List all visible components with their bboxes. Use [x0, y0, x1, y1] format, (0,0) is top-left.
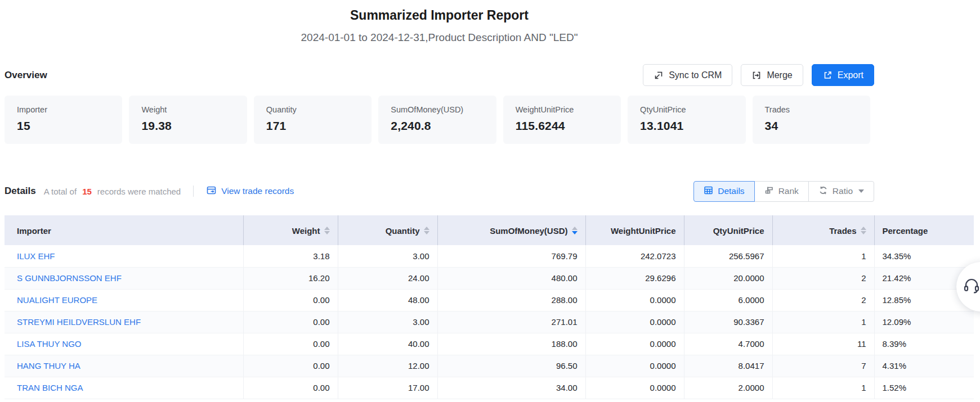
stat-value: 19.38: [141, 119, 234, 133]
cell-sum_of_money_usd: 271.01: [437, 311, 585, 333]
cell-importer: ILUX EHF: [5, 245, 243, 267]
tab-ratio-label: Ratio: [833, 186, 853, 196]
importer-link[interactable]: LISA THUY NGO: [17, 339, 82, 349]
cell-trades: 11: [772, 333, 874, 355]
table-body: ILUX EHF3.183.00769.79242.0723256.596713…: [5, 245, 974, 399]
cell-qty_unit_price: 4.7000: [684, 333, 772, 355]
importer-report-table: ImporterWeightQuantitySumOfMoney(USD)Wei…: [5, 215, 974, 399]
table-row: NUALIGHT EUROPE0.0048.00288.000.00006.00…: [5, 289, 974, 311]
headset-icon: [962, 276, 980, 297]
cell-sum_of_money_usd: 188.00: [437, 333, 585, 355]
table-row: TRAN BICH NGA0.0017.0034.000.00002.00001…: [5, 377, 974, 399]
sync-to-crm-icon: [654, 70, 664, 80]
sort-icon[interactable]: [861, 227, 866, 234]
cell-quantity: 12.00: [338, 355, 437, 377]
table-row: LISA THUY NGO0.0040.00188.000.00004.7000…: [5, 333, 974, 355]
stat-label: SumOfMoney(USD): [391, 105, 484, 114]
cell-weight_unit_price: 0.0000: [585, 377, 684, 399]
cell-weight: 0.00: [243, 311, 338, 333]
importer-link[interactable]: ILUX EHF: [17, 251, 55, 261]
stat-value: 15: [17, 119, 110, 133]
stat-label: WeightUnitPrice: [516, 105, 608, 114]
stat-label: Weight: [141, 105, 234, 114]
sort-icon[interactable]: [324, 227, 330, 234]
cell-qty_unit_price: 20.0000: [684, 267, 772, 289]
export-button[interactable]: Export: [812, 64, 874, 86]
column-header-weight[interactable]: Weight: [243, 215, 338, 245]
column-header-percentage: Percentage: [874, 215, 974, 245]
importer-link[interactable]: HANG THUY HA: [17, 361, 80, 371]
table-row: S GUNNBJORNSSON EHF16.2024.00480.0029.62…: [5, 267, 974, 289]
stat-value: 2,240.8: [391, 119, 484, 133]
tab-rank-label: Rank: [778, 186, 799, 196]
cell-quantity: 48.00: [338, 289, 437, 311]
cell-quantity: 17.00: [338, 377, 437, 399]
view-trade-records-link[interactable]: View trade records: [206, 185, 294, 198]
cell-importer: LISA THUY NGO: [5, 333, 243, 355]
cell-weight: 0.00: [243, 355, 338, 377]
cell-trades: 2: [772, 289, 874, 311]
cell-quantity: 40.00: [338, 333, 437, 355]
cell-quantity: 3.00: [338, 311, 437, 333]
stat-value: 171: [266, 119, 359, 133]
table-row: HANG THUY HA0.0012.0096.500.00008.041774…: [5, 355, 974, 377]
cell-quantity: 24.00: [338, 267, 437, 289]
tab-ratio[interactable]: Ratio: [808, 181, 874, 202]
cell-trades: 1: [772, 377, 874, 399]
match-summary: A total of 15 records were matched: [44, 187, 181, 196]
column-header-importer: Importer: [5, 215, 243, 245]
importer-link[interactable]: S GUNNBJORNSSON EHF: [17, 273, 122, 283]
stat-card-qtyunitprice: QtyUnitPrice13.1041: [628, 96, 745, 144]
details-label: Details: [5, 186, 36, 197]
cell-quantity: 3.00: [338, 245, 437, 267]
tab-rank[interactable]: Rank: [754, 181, 809, 202]
view-trade-records-label: View trade records: [221, 186, 294, 196]
stat-card-weightunitprice: WeightUnitPrice115.6244: [503, 96, 621, 144]
column-header-trades[interactable]: Trades: [772, 215, 874, 245]
cell-weight_unit_price: 0.0000: [585, 289, 684, 311]
overview-stat-cards: Importer15Weight19.38Quantity171SumOfMon…: [5, 96, 870, 144]
stat-card-importer: Importer15: [5, 96, 122, 144]
sort-icon[interactable]: [572, 227, 578, 234]
importer-link[interactable]: TRAN BICH NGA: [17, 383, 83, 392]
cell-qty_unit_price: 2.0000: [684, 377, 772, 399]
cell-percentage: 1.52%: [874, 377, 974, 399]
cell-weight_unit_price: 0.0000: [585, 355, 684, 377]
cell-importer: HANG THUY HA: [5, 355, 243, 377]
cell-percentage: 8.39%: [874, 333, 974, 355]
stat-value: 13.1041: [640, 119, 733, 133]
importer-link[interactable]: STREYMI HEILDVERSLUN EHF: [17, 317, 141, 327]
column-header-quantity[interactable]: Quantity: [338, 215, 437, 245]
export-label: Export: [838, 70, 863, 80]
tab-details[interactable]: Details: [693, 181, 754, 202]
cell-weight: 0.00: [243, 377, 338, 399]
divider: [193, 186, 194, 197]
cell-sum_of_money_usd: 96.50: [437, 355, 585, 377]
cell-importer: TRAN BICH NGA: [5, 377, 243, 399]
cell-trades: 1: [772, 311, 874, 333]
merge-button[interactable]: Merge: [741, 64, 803, 86]
column-header-qty_unit_price: QtyUnitPrice: [684, 215, 772, 245]
stat-value: 115.6244: [516, 119, 608, 133]
cell-weight: 16.20: [243, 267, 338, 289]
sort-icon[interactable]: [424, 227, 429, 234]
column-header-weight_unit_price: WeightUnitPrice: [585, 215, 684, 245]
stat-card-sumofmoney-usd-: SumOfMoney(USD)2,240.8: [378, 96, 496, 144]
cell-sum_of_money_usd: 769.79: [437, 245, 585, 267]
sync-to-crm-button[interactable]: Sync to CRM: [643, 64, 732, 86]
cell-weight_unit_price: 0.0000: [585, 333, 684, 355]
page-title: Summarized Importer Report: [5, 8, 874, 23]
trade-records-icon: [206, 185, 217, 198]
table-header: ImporterWeightQuantitySumOfMoney(USD)Wei…: [5, 215, 974, 245]
cell-qty_unit_price: 6.0000: [684, 289, 772, 311]
importer-link[interactable]: NUALIGHT EUROPE: [17, 295, 97, 305]
page-subtitle: 2024-01-01 to 2024-12-31,Product Descrip…: [5, 31, 874, 44]
cell-sum_of_money_usd: 34.00: [437, 377, 585, 399]
stat-label: Quantity: [266, 105, 359, 114]
cell-weight: 3.18: [243, 245, 338, 267]
cell-trades: 1: [772, 245, 874, 267]
merge-label: Merge: [767, 70, 792, 80]
cell-weight_unit_price: 29.6296: [585, 267, 684, 289]
column-header-sum_of_money_usd[interactable]: SumOfMoney(USD): [437, 215, 585, 245]
cell-percentage: 4.31%: [874, 355, 974, 377]
